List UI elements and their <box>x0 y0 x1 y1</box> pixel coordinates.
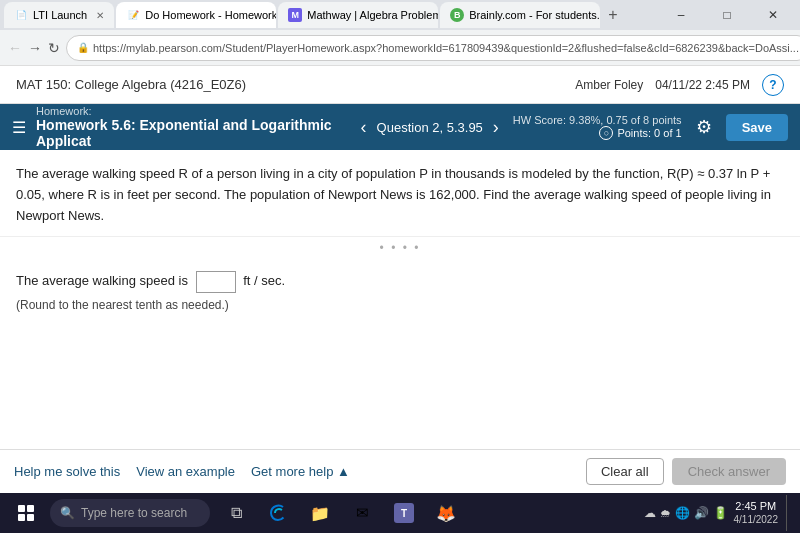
resize-dots-icon: • • • • <box>380 241 421 255</box>
battery-icon[interactable]: 🔋 <box>713 506 728 520</box>
browser-tabs-bar: 📄 LTI Launch ✕ 📝 Do Homework - Homework … <box>0 0 800 30</box>
windows-taskbar: 🔍 Type here to search ⧉ 📁 ✉ T 🦊 ☁ 🌧 🌐 🔊 … <box>0 493 800 533</box>
forward-button[interactable]: → <box>28 36 42 60</box>
new-tab-button[interactable]: + <box>602 6 623 24</box>
tab-favicon-4: B <box>450 8 464 22</box>
user-info: Amber Foley 04/11/22 2:45 PM ? <box>575 74 784 96</box>
prev-question-button[interactable]: ‹ <box>357 117 371 138</box>
answer-input-field[interactable] <box>196 271 236 293</box>
question-label: Question 2, 5.3.95 <box>377 120 483 135</box>
tab-label-2: Do Homework - Homework 5.6:... <box>145 9 276 21</box>
tab-label-3: Mathway | Algebra Problem Sol... <box>307 9 438 21</box>
problem-text: The average walking speed R of a person … <box>16 166 771 223</box>
clock-time: 2:45 PM <box>735 500 776 513</box>
maximize-button[interactable]: □ <box>704 0 750 30</box>
homework-nav-bar: ☰ Homework: Homework 5.6: Exponential an… <box>0 104 800 150</box>
answer-area: The average walking speed is ft / sec. (… <box>0 259 800 326</box>
points-circle-icon: ○ <box>599 126 613 140</box>
address-bar: ← → ↻ 🔒 https://mylab.pearson.com/Studen… <box>0 30 800 66</box>
settings-gear-button[interactable]: ⚙ <box>692 116 716 138</box>
speaker-icon[interactable]: 🔊 <box>694 506 709 520</box>
user-name: Amber Foley <box>575 78 643 92</box>
help-button[interactable]: ? <box>762 74 784 96</box>
network-icon[interactable]: 🌐 <box>675 506 690 520</box>
url-text: https://mylab.pearson.com/Student/Player… <box>93 42 799 54</box>
answer-actions: Clear all Check answer <box>586 458 786 485</box>
answer-row: The average walking speed is ft / sec. <box>16 269 784 293</box>
taskbar-edge-button[interactable] <box>258 495 298 531</box>
windows-logo-icon <box>18 505 34 521</box>
clear-all-button[interactable]: Clear all <box>586 458 664 485</box>
course-title: MAT 150: College Algebra (4216_E0Z6) <box>16 77 575 92</box>
view-example-link[interactable]: View an example <box>136 464 235 479</box>
bottom-toolbar: Help me solve this View an example Get m… <box>0 449 800 493</box>
back-button[interactable]: ← <box>8 36 22 60</box>
tab-brainly[interactable]: B Brainly.com - For students. By st... ✕ <box>440 2 600 28</box>
tab-close-1[interactable]: ✕ <box>96 10 104 21</box>
answer-note-text: (Round to the nearest tenth as needed.) <box>16 295 784 317</box>
homework-name: Homework 5.6: Exponential and Logarithmi… <box>36 117 347 149</box>
refresh-button[interactable]: ↻ <box>48 36 60 60</box>
url-bar[interactable]: 🔒 https://mylab.pearson.com/Student/Play… <box>66 35 800 61</box>
homework-title-section: Homework: Homework 5.6: Exponential and … <box>36 105 347 149</box>
help-me-solve-link[interactable]: Help me solve this <box>14 464 120 479</box>
close-button[interactable]: ✕ <box>750 0 796 30</box>
divider-handle[interactable]: • • • • <box>0 237 800 259</box>
datetime-display: 04/11/22 2:45 PM <box>655 78 750 92</box>
points-text: Points: 0 of 1 <box>617 127 681 139</box>
tab-homework[interactable]: 📝 Do Homework - Homework 5.6:... ✕ <box>116 2 276 28</box>
tab-lti-launch[interactable]: 📄 LTI Launch ✕ <box>4 2 114 28</box>
start-menu-button[interactable] <box>4 495 48 531</box>
score-section: HW Score: 9.38%, 0.75 of 8 points ○ Poin… <box>513 114 682 140</box>
windows-search-bar[interactable]: 🔍 Type here to search <box>50 499 210 527</box>
taskbar-task-view-button[interactable]: ⧉ <box>216 495 256 531</box>
tab-favicon-1: 📄 <box>14 8 28 22</box>
lock-icon: 🔒 <box>77 42 89 53</box>
system-clock[interactable]: 2:45 PM 4/11/2022 <box>734 500 779 525</box>
tab-label-4: Brainly.com - For students. By st... <box>469 9 600 21</box>
hamburger-menu-icon[interactable]: ☰ <box>12 118 26 137</box>
save-button[interactable]: Save <box>726 114 788 141</box>
tab-favicon-3: M <box>288 8 302 22</box>
hw-score-text: HW Score: 9.38%, 0.75 of 8 points <box>513 114 682 126</box>
taskbar-folder-button[interactable]: 📁 <box>300 495 340 531</box>
question-nav: ‹ Question 2, 5.3.95 › <box>357 117 503 138</box>
search-icon: 🔍 <box>60 506 75 520</box>
taskbar-apps: ⧉ 📁 ✉ T 🦊 <box>216 495 466 531</box>
get-more-help-link[interactable]: Get more help ▲ <box>251 464 350 479</box>
problem-text-area: The average walking speed R of a person … <box>0 150 800 237</box>
help-icon-label: ? <box>769 78 776 92</box>
search-placeholder-text: Type here to search <box>81 506 187 520</box>
points-display: ○ Points: 0 of 1 <box>599 126 681 140</box>
tab-favicon-2: 📝 <box>126 8 140 22</box>
app-header: MAT 150: College Algebra (4216_E0Z6) Amb… <box>0 66 800 104</box>
tray-icons: ☁ 🌧 🌐 🔊 🔋 <box>644 506 728 520</box>
help-links: Help me solve this View an example Get m… <box>14 464 586 479</box>
show-desktop-button[interactable] <box>786 495 792 531</box>
clock-date: 4/11/2022 <box>734 514 779 526</box>
tab-mathway[interactable]: M Mathway | Algebra Problem Sol... ✕ <box>278 2 438 28</box>
answer-prefix-text: The average walking speed is <box>16 273 188 288</box>
taskbar-teams-button[interactable]: T <box>384 495 424 531</box>
next-question-button[interactable]: › <box>489 117 503 138</box>
answer-unit-text: ft / sec. <box>243 273 285 288</box>
minimize-button[interactable]: – <box>658 0 704 30</box>
homework-label: Homework: <box>36 105 347 117</box>
window-controls: – □ ✕ <box>658 0 796 30</box>
cloud-icon[interactable]: ☁ <box>644 506 656 520</box>
check-answer-button[interactable]: Check answer <box>672 458 786 485</box>
system-tray: ☁ 🌧 🌐 🔊 🔋 2:45 PM 4/11/2022 <box>644 495 797 531</box>
tab-label-1: LTI Launch <box>33 9 87 21</box>
taskbar-firefox-button[interactable]: 🦊 <box>426 495 466 531</box>
taskbar-mail-button[interactable]: ✉ <box>342 495 382 531</box>
rain-icon[interactable]: 🌧 <box>660 507 671 519</box>
